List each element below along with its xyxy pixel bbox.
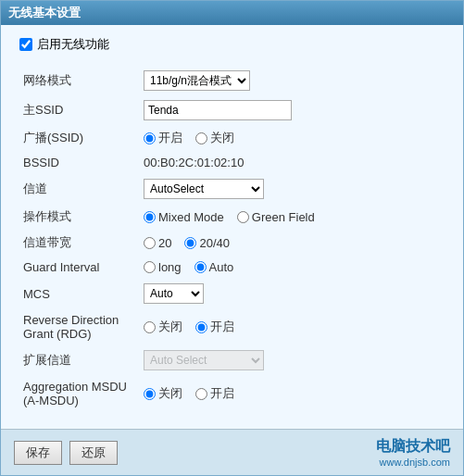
enable-wireless-checkbox[interactable] [19, 38, 32, 51]
rdg-on-label: 开启 [210, 319, 234, 335]
mcs-value: Auto 012 345 67 [140, 279, 445, 308]
green-field-item[interactable]: Green Field [237, 210, 315, 224]
save-button[interactable]: 保存 [14, 441, 62, 465]
rdg-on-item[interactable]: 开启 [195, 319, 234, 335]
rdg-label: Reverse DirectionGrant (RDG) [19, 308, 140, 345]
ext-channel-select[interactable]: Auto Select [144, 350, 264, 370]
channel-label: 信道 [19, 174, 140, 204]
guard-interval-value: long Auto [140, 256, 445, 279]
operation-mode-row: 操作模式 Mixed Mode Green Field [19, 204, 445, 230]
title-text: 无线基本设置 [8, 5, 81, 21]
broadcast-label: 广播(SSID) [19, 125, 140, 151]
amsdu-on-item[interactable]: 开启 [195, 385, 234, 402]
operation-mode-value: Mixed Mode Green Field [140, 204, 445, 230]
network-mode-value: 11b/g/n混合模式 11b模式 11g模式 11n模式 [140, 66, 445, 95]
rdg-off-item[interactable]: 关闭 [144, 319, 182, 335]
amsdu-on-label: 开启 [210, 385, 234, 402]
content-area: 启用无线功能 网络模式 11b/g/n混合模式 11b模式 11g模式 11n模… [1, 25, 463, 429]
reset-button[interactable]: 还原 [69, 441, 118, 465]
width-20-radio[interactable] [144, 237, 156, 249]
mixed-mode-radio[interactable] [144, 211, 156, 223]
rdg-off-label: 关闭 [158, 319, 182, 335]
guard-auto-label: Auto [209, 260, 234, 274]
amsdu-label-text: Aggregation MSDU(A-MSDU) [23, 380, 127, 407]
channel-width-radio-group: 20 20/40 [144, 236, 441, 250]
broadcast-on-item[interactable]: 开启 [144, 130, 182, 146]
guard-long-radio[interactable] [144, 261, 156, 273]
amsdu-off-label: 关闭 [158, 385, 182, 402]
network-mode-select[interactable]: 11b/g/n混合模式 11b模式 11g模式 11n模式 [144, 70, 250, 91]
enable-wireless-row: 启用无线功能 [19, 36, 445, 53]
rdg-radio-group: 关闭 开启 [144, 319, 441, 335]
bssid-label: BSSID [19, 151, 140, 174]
channel-select[interactable]: AutoSelect 123 456 789 10111213 [144, 179, 264, 199]
mcs-label: MCS [19, 279, 140, 308]
mcs-row: MCS Auto 012 345 67 [19, 279, 445, 308]
channel-value: AutoSelect 123 456 789 10111213 [140, 174, 445, 204]
broadcast-off-radio[interactable] [195, 132, 207, 144]
mixed-mode-item[interactable]: Mixed Mode [144, 210, 224, 224]
watermark-line2: www.dnjsb.com [376, 457, 450, 468]
bssid-row: BSSID 00:B0:2C:01:02:10 [19, 151, 445, 174]
enable-wireless-label: 启用无线功能 [37, 36, 109, 53]
guard-interval-row: Guard Interval long Auto [19, 256, 445, 279]
mcs-select[interactable]: Auto 012 345 67 [144, 283, 204, 304]
width-2040-radio[interactable] [184, 237, 196, 249]
amsdu-label: Aggregation MSDU(A-MSDU) [19, 375, 140, 412]
ext-channel-value: Auto Select [140, 345, 445, 375]
footer-buttons: 保存 还原 [14, 441, 118, 465]
rdg-label-text: Reverse DirectionGrant (RDG) [23, 313, 119, 341]
mixed-mode-label: Mixed Mode [158, 210, 224, 224]
broadcast-row: 广播(SSID) 开启 关闭 [19, 125, 445, 151]
amsdu-value: 关闭 开启 [140, 375, 445, 412]
channel-row: 信道 AutoSelect 123 456 789 10111213 [19, 174, 445, 204]
channel-width-label: 信道带宽 [19, 230, 140, 256]
broadcast-off-item[interactable]: 关闭 [195, 130, 234, 146]
bssid-value: 00:B0:2C:01:02:10 [140, 151, 445, 174]
ssid-value [140, 95, 445, 125]
channel-width-value: 20 20/40 [140, 230, 445, 256]
rdg-row: Reverse DirectionGrant (RDG) 关闭 开启 [19, 308, 445, 345]
main-window: 无线基本设置 启用无线功能 网络模式 11b/g/n混合模式 11b模式 11g… [0, 0, 464, 476]
guard-long-label: long [158, 260, 182, 274]
broadcast-value: 开启 关闭 [140, 125, 445, 151]
guard-auto-radio[interactable] [194, 261, 207, 273]
watermark-line1: 电脑技术吧 [376, 437, 450, 457]
width-20-label: 20 [158, 236, 171, 250]
network-mode-row: 网络模式 11b/g/n混合模式 11b模式 11g模式 11n模式 [19, 66, 445, 95]
ext-channel-label: 扩展信道 [19, 345, 140, 375]
guard-long-item[interactable]: long [144, 260, 182, 274]
guard-interval-radio-group: long Auto [144, 260, 441, 274]
amsdu-off-radio[interactable] [144, 388, 156, 400]
amsdu-radio-group: 关闭 开启 [144, 385, 441, 402]
channel-width-row: 信道带宽 20 20/40 [19, 230, 445, 256]
bssid-text: 00:B0:2C:01:02:10 [144, 156, 244, 169]
network-mode-label: 网络模式 [19, 66, 140, 95]
broadcast-radio-group: 开启 关闭 [144, 130, 441, 146]
amsdu-row: Aggregation MSDU(A-MSDU) 关闭 开启 [19, 375, 445, 412]
operation-mode-radio-group: Mixed Mode Green Field [144, 210, 441, 224]
width-2040-label: 20/40 [199, 236, 230, 250]
broadcast-off-label: 关闭 [210, 130, 234, 146]
footer: 保存 还原 电脑技术吧 www.dnjsb.com [1, 429, 463, 475]
guard-interval-label: Guard Interval [19, 256, 140, 279]
settings-table: 网络模式 11b/g/n混合模式 11b模式 11g模式 11n模式 主SSID [19, 66, 445, 412]
green-field-label: Green Field [252, 210, 315, 224]
operation-mode-label: 操作模式 [19, 204, 140, 230]
amsdu-off-item[interactable]: 关闭 [144, 385, 182, 402]
ssid-row: 主SSID [19, 95, 445, 125]
ssid-input[interactable] [144, 100, 292, 120]
rdg-off-radio[interactable] [144, 321, 156, 333]
rdg-on-radio[interactable] [195, 321, 207, 333]
guard-auto-item[interactable]: Auto [194, 260, 234, 274]
watermark: 电脑技术吧 www.dnjsb.com [376, 437, 450, 468]
width-2040-item[interactable]: 20/40 [184, 236, 230, 250]
width-20-item[interactable]: 20 [144, 236, 171, 250]
ssid-label: 主SSID [19, 95, 140, 125]
rdg-value: 关闭 开启 [140, 308, 445, 345]
amsdu-on-radio[interactable] [195, 388, 207, 400]
title-bar: 无线基本设置 [1, 1, 463, 25]
ext-channel-row: 扩展信道 Auto Select [19, 345, 445, 375]
broadcast-on-radio[interactable] [144, 132, 156, 144]
green-field-radio[interactable] [237, 211, 249, 223]
